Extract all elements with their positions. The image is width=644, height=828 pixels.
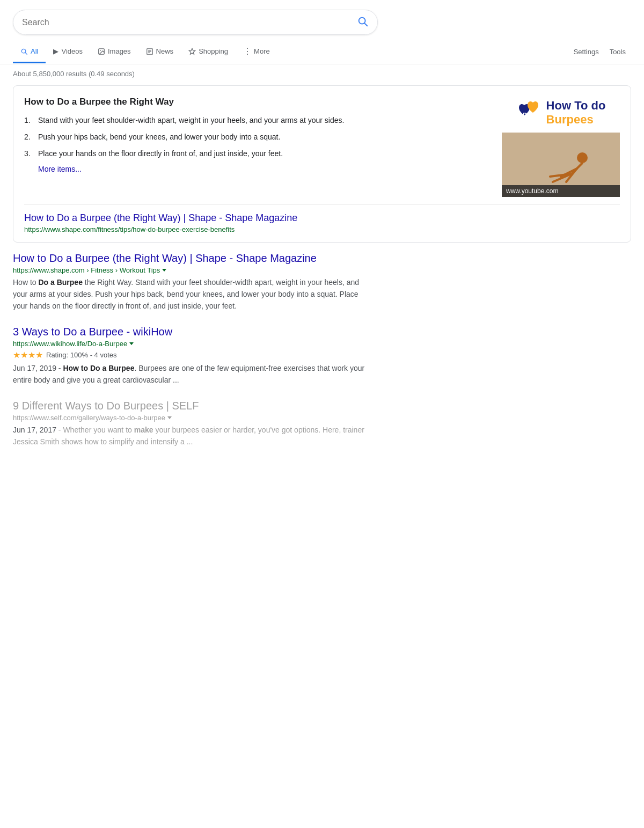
svg-marker-10	[189, 48, 195, 54]
tab-more[interactable]: ⋮ More	[236, 40, 277, 64]
news-tab-icon	[146, 48, 153, 55]
snippet-result-title[interactable]: How to Do a Burpee (the Right Way) | Sha…	[24, 213, 620, 224]
result-snippet-wikihow: Jun 17, 2019 - How to Do a Burpee. Burpe…	[13, 362, 367, 386]
snippet-step-1: 1. Stand with your feet shoulder-width a…	[24, 115, 491, 126]
tab-all[interactable]: All	[13, 41, 46, 63]
tab-shopping[interactable]: Shopping	[181, 41, 236, 63]
more-tab-icon: ⋮	[243, 46, 251, 56]
nav-settings[interactable]: Settings	[568, 41, 604, 62]
more-items-link[interactable]: More items...	[38, 165, 491, 173]
result-url-self: https://www.self.com/gallery/ways-to-do-…	[13, 414, 367, 422]
tab-all-label: All	[31, 47, 38, 55]
snippet-step-2: 2. Push your hips back, bend your knees,…	[24, 131, 491, 143]
featured-snippet: How to Do a Burpee the Right Way 1. Stan…	[13, 85, 631, 243]
snippet-video-logo: P4 How To do Burpees	[512, 97, 610, 129]
result-title-self[interactable]: 9 Different Ways to Do Burpees | SELF	[13, 399, 367, 413]
logo-text: How To do Burpees	[546, 99, 606, 127]
svg-line-3	[25, 53, 27, 54]
result-title-shape[interactable]: How to Do a Burpee (the Right Way) | Sha…	[13, 251, 367, 265]
results-count: About 5,850,000 results (0.49 seconds)	[0, 64, 644, 83]
star-icons: ★★★★	[13, 350, 43, 360]
snippet-title: How to Do a Burpee the Right Way	[24, 97, 491, 107]
result-item: How to Do a Burpee (the Right Way) | Sha…	[13, 251, 367, 312]
result-title-wikihow[interactable]: 3 Ways to Do a Burpee - wikiHow	[13, 325, 367, 339]
tab-shopping-label: Shopping	[199, 47, 228, 55]
result-item: 9 Different Ways to Do Burpees | SELF ht…	[13, 399, 367, 448]
svg-point-12	[577, 152, 588, 163]
snippet-inner: How to Do a Burpee the Right Way 1. Stan…	[24, 97, 620, 197]
snippet-steps: 1. Stand with your feet shoulder-width a…	[24, 115, 491, 159]
search-button[interactable]	[357, 16, 369, 29]
search-bar-wrapper: how to do a burpee	[0, 0, 644, 35]
snippet-date: Jun 17, 2019	[13, 364, 56, 372]
images-tab-icon	[98, 48, 105, 55]
tab-images-label: Images	[108, 47, 131, 55]
snippet-content: How to Do a Burpee the Right Way 1. Stan…	[24, 97, 491, 197]
youtube-logo-icon: P4	[516, 99, 543, 126]
tab-videos[interactable]: ▶ Videos	[46, 41, 90, 63]
snippet-date-self: Jun 17, 2017	[13, 426, 56, 434]
svg-line-1	[364, 23, 367, 26]
snippet-step-3: 3. Place your hands on the floor directl…	[24, 148, 491, 159]
video-tab-icon: ▶	[53, 47, 58, 55]
tab-more-label: More	[254, 47, 270, 55]
result-snippet-self: Jun 17, 2017 - Whether you want to make …	[13, 424, 367, 448]
dropdown-arrow-icon[interactable]	[167, 416, 172, 419]
tab-videos-label: Videos	[61, 47, 83, 55]
snippet-result-url[interactable]: https://www.shape.com/fitness/tips/how-d…	[24, 225, 235, 233]
nav-tabs: All ▶ Videos Images News	[0, 39, 644, 64]
tab-news-label: News	[156, 47, 174, 55]
result-snippet-shape: How to Do a Burpee the Right Way. Stand …	[13, 276, 367, 312]
snippet-image-area: P4 How To do Burpees	[502, 97, 620, 197]
search-input[interactable]: how to do a burpee	[22, 18, 353, 27]
video-thumbnail[interactable]: www.youtube.com	[502, 133, 620, 197]
nav-tools[interactable]: Tools	[604, 41, 631, 62]
rating-row: ★★★★ Rating: 100% - 4 votes	[13, 350, 367, 360]
search-tab-icon	[20, 48, 28, 55]
search-icon	[357, 16, 369, 27]
svg-text:P4: P4	[522, 112, 530, 119]
search-results: How to Do a Burpee (the Right Way) | Sha…	[0, 251, 644, 448]
snippet-result-link: How to Do a Burpee (the Right Way) | Sha…	[24, 204, 620, 233]
shopping-tab-icon	[188, 48, 196, 55]
rating-text: Rating: 100% - 4 votes	[46, 351, 117, 359]
result-url-shape: https://www.shape.com › Fitness › Workou…	[13, 266, 367, 274]
svg-point-5	[100, 50, 101, 51]
result-item: 3 Ways to Do a Burpee - wikiHow https://…	[13, 325, 367, 386]
dropdown-arrow-icon[interactable]	[162, 269, 166, 272]
result-url-wikihow: https://www.wikihow.life/Do-a-Burpee	[13, 340, 367, 348]
tab-images[interactable]: Images	[90, 41, 138, 63]
burpee-figure-svg	[513, 139, 609, 190]
tab-news[interactable]: News	[138, 41, 181, 63]
video-source: www.youtube.com	[502, 185, 620, 197]
search-bar: how to do a burpee	[13, 10, 378, 35]
dropdown-arrow-icon[interactable]	[129, 342, 134, 345]
